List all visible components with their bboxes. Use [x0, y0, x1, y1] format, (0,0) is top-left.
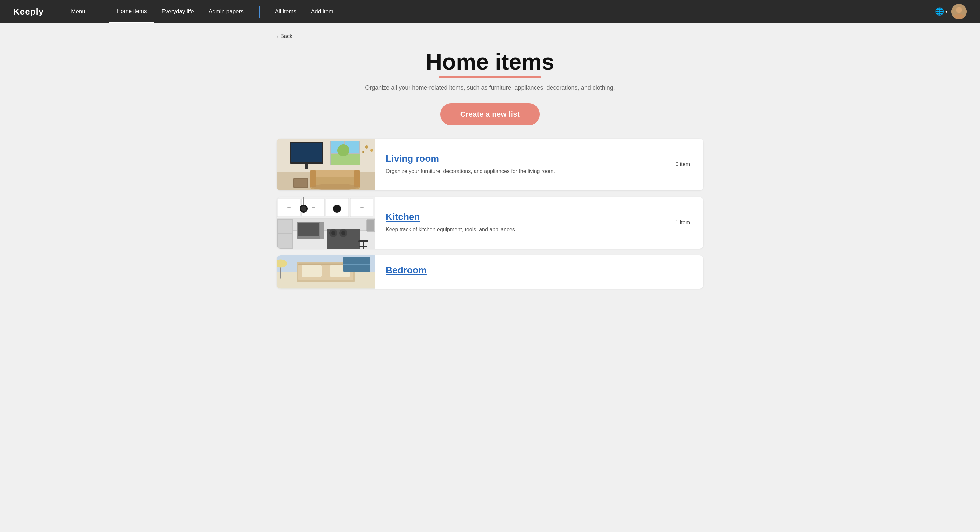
svg-rect-58: [368, 220, 374, 231]
list-card-image-bedroom: [277, 255, 375, 289]
create-list-button[interactable]: Create a new list: [440, 104, 540, 125]
svg-rect-50: [320, 222, 324, 239]
svg-point-16: [362, 151, 364, 153]
page-title: Home items: [426, 49, 554, 78]
list-item: Kitchen Keep track of kitchen equipment,…: [277, 197, 703, 248]
list-description-kitchen: Keep track of kitchen equipment, tools, …: [386, 226, 665, 234]
svg-rect-31: [287, 207, 291, 208]
page-subtitle: Organize all your home-related items, su…: [277, 84, 703, 91]
list-item: Living room Organize your furniture, dec…: [277, 139, 703, 190]
svg-rect-20: [354, 170, 360, 187]
svg-rect-26: [277, 218, 375, 219]
back-button[interactable]: ‹ Back: [277, 33, 703, 39]
back-label: Back: [280, 33, 292, 39]
svg-point-1: [956, 7, 962, 13]
svg-point-37: [301, 206, 306, 211]
nav-divider-2: [259, 6, 260, 18]
svg-rect-22: [294, 179, 307, 187]
list-card-image-kitchen: [277, 197, 375, 248]
list-title-bedroom[interactable]: Bedroom: [386, 265, 427, 276]
svg-rect-68: [302, 265, 322, 277]
list-count-living-room: 0 item: [675, 161, 703, 167]
main-content: ‹ Back Home items Organize all your home…: [257, 23, 723, 315]
svg-rect-49: [298, 223, 319, 236]
svg-point-53: [331, 231, 335, 235]
dropdown-arrow-icon: ▾: [945, 10, 947, 14]
svg-rect-34: [360, 207, 364, 208]
nav-menu[interactable]: Menu: [64, 0, 93, 23]
list-count-kitchen: 1 item: [675, 220, 703, 226]
svg-point-13: [337, 144, 349, 156]
list-card-body-living-room: Living room Organize your furniture, dec…: [375, 145, 675, 183]
nav-home-items[interactable]: Home items: [109, 0, 154, 23]
list-card-body-kitchen: Kitchen Keep track of kitchen equipment,…: [375, 204, 675, 242]
svg-rect-60: [363, 242, 364, 248]
nav-divider-1: [101, 6, 101, 18]
list-card-image-living-room: [277, 139, 375, 190]
nav-add-item[interactable]: Add item: [304, 0, 340, 23]
avatar-image: [951, 4, 967, 19]
list-description-living-room: Organize your furniture, decorations, an…: [386, 167, 665, 175]
globe-icon: 🌐: [935, 7, 944, 16]
svg-rect-18: [310, 170, 360, 177]
svg-point-55: [341, 231, 345, 235]
navbar: Keeply Menu Home items Everyday life Adm…: [0, 0, 980, 23]
svg-rect-61: [360, 246, 368, 247]
nav-everyday-life[interactable]: Everyday life: [154, 0, 201, 23]
brand-logo: Keeply: [13, 7, 44, 17]
svg-rect-19: [310, 170, 316, 187]
nav-right: 🌐 ▾: [935, 4, 967, 19]
svg-rect-32: [312, 207, 315, 208]
svg-point-39: [333, 205, 341, 213]
language-button[interactable]: 🌐 ▾: [935, 7, 947, 16]
user-avatar[interactable]: [951, 4, 967, 19]
list-item: Bedroom: [277, 255, 703, 289]
list-title-living-room[interactable]: Living room: [386, 153, 439, 164]
svg-rect-73: [343, 264, 370, 265]
nav-all-items[interactable]: All items: [268, 0, 304, 23]
svg-rect-59: [358, 241, 368, 242]
svg-point-14: [365, 145, 368, 149]
nav-links: Menu Home items Everyday life Admin pape…: [64, 0, 935, 23]
svg-rect-6: [305, 164, 308, 169]
svg-rect-47: [285, 239, 285, 244]
list-title-kitchen[interactable]: Kitchen: [386, 212, 420, 222]
chevron-left-icon: ‹: [277, 33, 278, 39]
svg-rect-46: [285, 225, 285, 230]
nav-admin-papers[interactable]: Admin papers: [201, 0, 251, 23]
page-header: Home items Organize all your home-relate…: [277, 49, 703, 91]
svg-point-15: [370, 149, 373, 152]
list-card-body-bedroom: Bedroom: [375, 257, 690, 287]
svg-rect-5: [291, 143, 322, 162]
svg-point-23: [312, 184, 358, 190]
